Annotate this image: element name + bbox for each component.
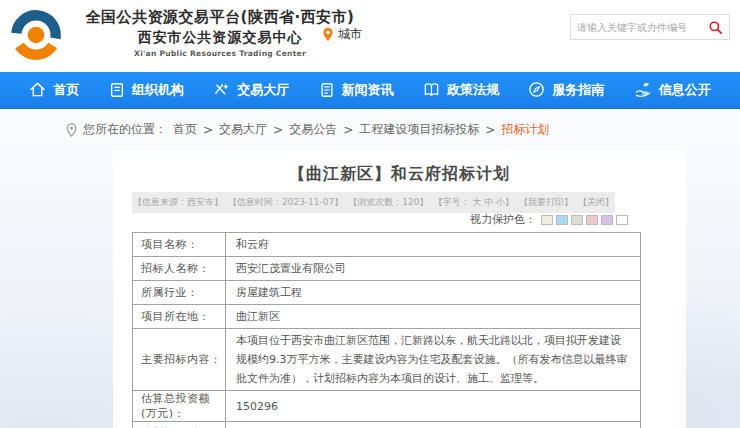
row-label: 所属行业： — [133, 281, 226, 305]
row-label: 招标人名称： — [133, 257, 226, 281]
site-header: 全国公共资源交易平台(陕西省·西安市) 西安市公共资源交易中心 Xi'an Pu… — [0, 0, 740, 72]
bid-plan-table: 项目名称： 和云府 招标人名称： 西安汇茂置业有限公司 所属行业： 房屋建筑工程… — [132, 232, 641, 428]
nav-label: 政策法规 — [447, 81, 499, 99]
row-label: 计划招标时间： — [133, 422, 226, 428]
nav-item-policy[interactable]: 政策法规 — [423, 81, 499, 99]
site-subtitle-en: Xi'an Public Resources Trading Center — [70, 49, 370, 58]
location-pin-icon — [66, 123, 77, 137]
eye-color-swatch-3[interactable] — [571, 215, 583, 225]
nav-label: 组织机构 — [132, 81, 184, 99]
logo-icon — [8, 7, 64, 63]
row-label: 主要招标内容： — [133, 329, 226, 391]
search-box — [570, 14, 730, 40]
breadcrumb-item-trade-hall[interactable]: 交易大厅 — [219, 121, 267, 138]
table-row: 项目所在地： 曲江新区 — [133, 305, 641, 329]
row-value: 和云府 — [226, 233, 641, 257]
row-value: 西安汇茂置业有限公司 — [226, 257, 641, 281]
table-row: 计划招标时间： 2023年12月8日 — [133, 422, 641, 428]
row-label: 估算总投资额(万元)： — [133, 391, 226, 422]
home-icon — [29, 81, 46, 98]
breadcrumb-separator: > — [485, 123, 495, 137]
row-label: 项目所在地： — [133, 305, 226, 329]
breadcrumb-item-construction-bidding[interactable]: 工程建设项目招标投标 — [359, 121, 479, 138]
eye-color-swatch-4[interactable] — [586, 215, 598, 225]
nav-label: 新闻资讯 — [342, 81, 394, 99]
nav-item-organization[interactable]: 组织机构 — [109, 81, 184, 99]
search-button[interactable] — [708, 20, 723, 35]
meta-views: 【浏览次数：120】 — [348, 196, 428, 209]
table-row: 所属行业： 房屋建筑工程 — [133, 281, 641, 305]
nav-label: 交易大厅 — [237, 81, 289, 99]
eye-protect-label: 视力保护色： — [470, 212, 536, 227]
eye-color-swatch-1[interactable] — [541, 215, 553, 225]
meta-print-button[interactable]: 【我要打印】 — [519, 196, 573, 209]
table-row: 项目名称： 和云府 — [133, 233, 641, 257]
table-row: 招标人名称： 西安汇茂置业有限公司 — [133, 257, 641, 281]
news-icon — [319, 82, 335, 98]
article-title: 【曲江新区】和云府招标计划 — [113, 164, 686, 185]
main-area: 您所在的位置： 首页 > 交易大厅 > 交易公告 > 工程建设项目招标投标 > … — [0, 111, 740, 428]
eye-protect-colors: 视力保护色： — [470, 212, 628, 227]
site-title: 全国公共资源交易平台(陕西省·西安市) — [70, 8, 370, 27]
meta-close-button[interactable]: 【关闭】 — [578, 196, 614, 209]
trade-hall-icon — [213, 81, 230, 98]
nav-label: 服务指南 — [552, 81, 604, 99]
search-icon — [708, 20, 723, 35]
eye-color-swatch-2[interactable] — [556, 215, 568, 225]
row-value: 曲江新区 — [226, 305, 641, 329]
org-icon — [109, 82, 125, 98]
breadcrumb-item-announcements[interactable]: 交易公告 — [289, 121, 337, 138]
service-compass-icon — [528, 81, 545, 98]
policy-book-icon — [423, 81, 440, 98]
breadcrumb-prefix: 您所在的位置： — [83, 121, 167, 138]
nav-item-news[interactable]: 新闻资讯 — [319, 81, 394, 99]
nav-item-home[interactable]: 首页 — [29, 81, 79, 99]
nav-label: 首页 — [53, 81, 79, 99]
nav-item-trade-hall[interactable]: 交易大厅 — [213, 81, 289, 99]
article-panel: 【曲江新区】和云府招标计划 【信息来源：西安市】 【信息时间：2023-11-0… — [113, 150, 686, 428]
article-meta-bar: 【信息来源：西安市】 【信息时间：2023-11-07】 【浏览次数：120】 … — [132, 192, 615, 213]
breadcrumb-separator: > — [273, 123, 283, 137]
nav-item-info-disclosure[interactable]: 信息公开 — [634, 81, 711, 99]
eye-color-swatch-5[interactable] — [601, 215, 613, 225]
breadcrumb-separator: > — [203, 123, 213, 137]
table-row: 估算总投资额(万元)： 150296 — [133, 391, 641, 422]
row-value: 房屋建筑工程 — [226, 281, 641, 305]
row-value: 本项目位于西安市曲江新区范围，汇新路以东，航天北路以北，项目拟开发建设规模约9.… — [226, 329, 641, 391]
eye-color-swatch-6[interactable] — [616, 215, 628, 225]
meta-fontsize-controls[interactable]: 【字号： 大 中 小】 — [433, 196, 514, 209]
page: 全国公共资源交易平台(陕西省·西安市) 西安市公共资源交易中心 Xi'an Pu… — [0, 0, 740, 428]
breadcrumb-separator: > — [343, 123, 353, 137]
city-selector[interactable]: 城市 — [322, 26, 362, 43]
nav-label: 信息公开 — [659, 81, 711, 99]
breadcrumb: 您所在的位置： 首页 > 交易大厅 > 交易公告 > 工程建设项目招标投标 > … — [66, 121, 549, 138]
info-hand-icon — [634, 81, 652, 98]
breadcrumb-current: 招标计划 — [501, 121, 549, 138]
row-label: 项目名称： — [133, 233, 226, 257]
breadcrumb-item-home[interactable]: 首页 — [173, 121, 197, 138]
map-pin-icon — [322, 27, 334, 42]
meta-source: 【信息来源：西安市】 — [133, 196, 223, 209]
main-nav: 首页 组织机构 交易大厅 新闻资讯 — [0, 72, 740, 109]
meta-time: 【信息时间：2023-11-07】 — [228, 196, 343, 209]
row-value: 2023年12月8日 — [226, 422, 641, 428]
nav-item-service-guide[interactable]: 服务指南 — [528, 81, 604, 99]
row-value: 150296 — [226, 391, 641, 422]
city-label: 城市 — [338, 26, 362, 43]
search-input[interactable] — [577, 22, 708, 33]
table-row: 主要招标内容： 本项目位于西安市曲江新区范围，汇新路以东，航天北路以北，项目拟开… — [133, 329, 641, 391]
site-logo[interactable] — [8, 7, 64, 63]
